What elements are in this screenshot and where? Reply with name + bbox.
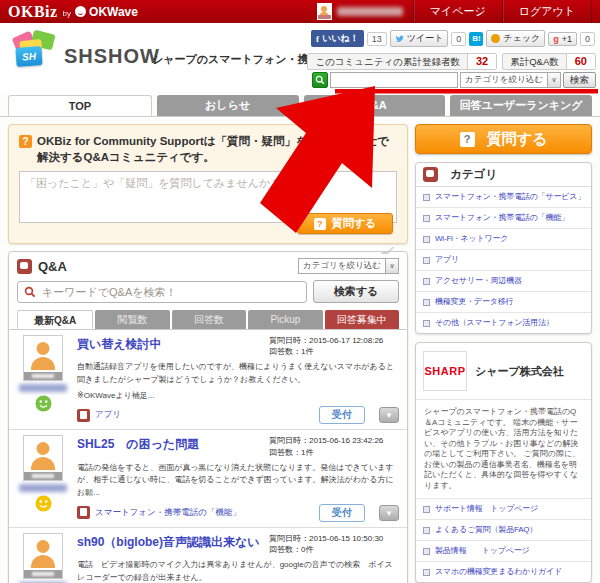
avatar-person-icon bbox=[37, 442, 50, 455]
nav-tab-回答ユーザーランキング[interactable]: 回答ユーザーランキング bbox=[450, 95, 592, 116]
sidebar-link-label: アプリ bbox=[435, 254, 459, 266]
question-title-link[interactable]: 買い替え検討中 bbox=[77, 335, 162, 357]
facebook-like-button[interactable]: f いいね！ bbox=[311, 30, 364, 47]
intro-description: OKBiz for Community Supportは「質問・疑問」をユーザー… bbox=[37, 134, 397, 165]
square-bullet-icon bbox=[423, 527, 430, 534]
header-search-input[interactable] bbox=[330, 72, 458, 88]
qa-category-filter-select[interactable]: カテゴリを絞り込む ∨ bbox=[298, 258, 399, 274]
answer-count: 回答数：1件 bbox=[269, 346, 399, 357]
qa-subtab[interactable]: 閲覧数 bbox=[95, 310, 169, 329]
qa-subtab[interactable]: Pickup bbox=[248, 310, 322, 329]
sidebar-link-label: その他（スマートフォン活用法） bbox=[435, 317, 554, 329]
question-excerpt: 電話 ビデオ撮影時のマイク入力は異常ありませんが、googleの音声での検索 ボ… bbox=[77, 559, 399, 583]
username-redacted[interactable] bbox=[19, 484, 67, 492]
avatar-person-icon bbox=[37, 540, 50, 553]
gplus-button[interactable]: g+1 bbox=[548, 32, 577, 46]
user-avatar[interactable] bbox=[23, 335, 63, 381]
okbiz-logo: OKBiz bbox=[8, 3, 58, 21]
hatena-bookmark-button[interactable]: B! bbox=[469, 32, 483, 46]
category-section-icon bbox=[423, 167, 438, 182]
mixi-check-button[interactable]: チェック bbox=[486, 30, 545, 47]
question-title-link[interactable]: sh90（biglobe)音声認識出来ない bbox=[77, 533, 260, 555]
question-date: 質問日時：2015-06-16 23:42:26 bbox=[269, 435, 399, 446]
shshow-logo-icon[interactable]: SH bbox=[12, 32, 60, 70]
collapse-arrow-button[interactable]: ▼ bbox=[379, 505, 399, 521]
sidebar-category-link[interactable]: スマートフォン・携帯電話の「サービス」 bbox=[416, 187, 591, 208]
company-support-link[interactable]: 製品情報 トップページ bbox=[416, 541, 591, 562]
square-bullet-icon bbox=[423, 569, 430, 576]
question-title-link[interactable]: SHL25 の困った問題 bbox=[77, 435, 199, 457]
sidebar-link-label: 製品情報 トップページ bbox=[435, 545, 530, 557]
qa-list-item: 買い替え検討中 質問日時：2015-06-17 12:08:26 回答数：1件 … bbox=[9, 330, 407, 430]
magnifier-icon bbox=[315, 75, 325, 85]
question-mark-icon: ? bbox=[19, 135, 32, 148]
sidebar-category-link[interactable]: スマートフォン・携帯電話の「機能」 bbox=[416, 208, 591, 229]
sidebar-link-label: スマートフォン・携帯電話の「サービス」 bbox=[435, 191, 584, 203]
qa-list-item: sh90（biglobe)音声認識出来ない 質問日時：2015-06-15 10… bbox=[9, 528, 407, 583]
ask-question-button[interactable]: ? 質問する bbox=[297, 213, 393, 234]
sidebar-category-link[interactable]: アクセサリー・周辺機器 bbox=[416, 271, 591, 292]
question-meta: 質問日時：2015-06-15 10:50:30 回答数：0件 bbox=[269, 533, 399, 555]
question-category-link[interactable]: スマートフォン・携帯電話の「機能」 bbox=[95, 507, 319, 519]
question-footer: スマートフォン・携帯電話の「機能」 受付 ▼ bbox=[77, 504, 399, 522]
sidebar-category-link[interactable]: Wi-Fi・ネットワーク bbox=[416, 229, 591, 250]
community-stat: 累計Q&A数 60 bbox=[502, 53, 596, 70]
sidebar-link-label: スマホの機種変更まるわかりガイド bbox=[435, 566, 562, 578]
logout-link[interactable]: ログアウト bbox=[502, 0, 592, 23]
company-support-link[interactable]: サポート情報 トップページ bbox=[416, 499, 591, 520]
company-box: SHARP シャープ株式会社 シャープのスマートフォン・携帯電話のQ＆Aコミュニ… bbox=[415, 342, 592, 583]
sidebar-link-label: Wi-Fi・ネットワーク bbox=[435, 233, 508, 245]
qa-subtab[interactable]: 回答数 bbox=[172, 310, 246, 329]
stat-value: 60 bbox=[566, 54, 595, 69]
company-support-link[interactable]: スマホの機種変更まるわかりガイド bbox=[416, 562, 591, 582]
avatar-column bbox=[17, 533, 69, 583]
tweet-button[interactable]: ツイート bbox=[390, 30, 449, 47]
intro-text-row: ? OKBiz for Community Supportは「質問・疑問」をユー… bbox=[19, 134, 397, 165]
nav-tab-q&a[interactable]: Q&A bbox=[304, 95, 446, 116]
status-badge: 受付 bbox=[319, 406, 365, 424]
question-date: 質問日時：2015-06-17 12:08:26 bbox=[269, 335, 399, 346]
avatar-column bbox=[17, 435, 69, 522]
sidebar-category-link[interactable]: その他（スマートフォン活用法） bbox=[416, 313, 591, 333]
sidebar: ? 質問する カテゴリ スマートフォン・携帯電話の「サービス」 スマートフォン・… bbox=[415, 124, 592, 583]
category-box-header: カテゴリ bbox=[416, 163, 591, 187]
stat-value: 32 bbox=[467, 54, 496, 69]
okwave-logo-icon bbox=[75, 6, 86, 17]
square-bullet-icon bbox=[423, 506, 430, 513]
user-avatar[interactable] bbox=[23, 533, 63, 579]
qa-subtab[interactable]: 回答募集中 bbox=[325, 310, 399, 329]
question-main: 買い替え検討中 質問日時：2015-06-17 12:08:26 回答数：1件 … bbox=[77, 335, 399, 424]
square-bullet-icon bbox=[423, 320, 430, 327]
facebook-icon: f bbox=[316, 34, 319, 44]
sidebar-ask-question-button[interactable]: ? 質問する bbox=[415, 124, 592, 154]
qa-search-field bbox=[17, 281, 307, 303]
question-category-link[interactable]: アプリ bbox=[95, 409, 319, 421]
square-bullet-icon bbox=[423, 299, 430, 306]
search-icon-button[interactable] bbox=[312, 72, 328, 88]
qa-subtabs: 最新Q&A閲覧数回答数Pickup回答募集中 bbox=[9, 310, 407, 330]
question-meta: 質問日時：2015-06-16 23:42:26 回答数：1件 bbox=[269, 435, 399, 457]
user-avatar[interactable] bbox=[23, 435, 63, 481]
company-support-link[interactable]: よくあるご質問（製品FAQ） bbox=[416, 520, 591, 541]
qa-section-icon bbox=[17, 259, 32, 274]
qa-subtab[interactable]: 最新Q&A bbox=[17, 310, 93, 329]
sidebar-category-link[interactable]: 機種変更・データ移行 bbox=[416, 292, 591, 313]
user-avatar-small[interactable] bbox=[317, 3, 332, 20]
ask-question-box: ? OKBiz for Community Supportは「質問・疑問」をユー… bbox=[8, 124, 408, 244]
site-name[interactable]: SHSHOW bbox=[64, 45, 160, 68]
header-search-button[interactable]: 検索 bbox=[563, 72, 596, 88]
header-category-filter-select[interactable]: カテゴリを絞り込む ∨ bbox=[460, 72, 561, 88]
sidebar-category-link[interactable]: アプリ bbox=[416, 250, 591, 271]
collapse-arrow-button[interactable]: ▼ bbox=[379, 407, 399, 423]
qa-search-button[interactable]: 検索する bbox=[313, 280, 399, 303]
question-mark-icon: ? bbox=[314, 218, 326, 230]
nav-tab-top[interactable]: TOP bbox=[8, 95, 152, 116]
square-bullet-icon bbox=[423, 278, 430, 285]
username-redacted[interactable] bbox=[19, 384, 67, 392]
qa-search-input[interactable] bbox=[42, 286, 300, 298]
nav-tab-おしらせ[interactable]: おしらせ bbox=[157, 95, 299, 116]
page: OKBiz by OKWave マイページ ログアウト SH SHSHOW シャ… bbox=[0, 0, 600, 583]
mypage-link[interactable]: マイページ bbox=[413, 0, 502, 23]
sidebar-link-label: 機種変更・データ移行 bbox=[435, 296, 513, 308]
avatar-column bbox=[17, 335, 69, 424]
